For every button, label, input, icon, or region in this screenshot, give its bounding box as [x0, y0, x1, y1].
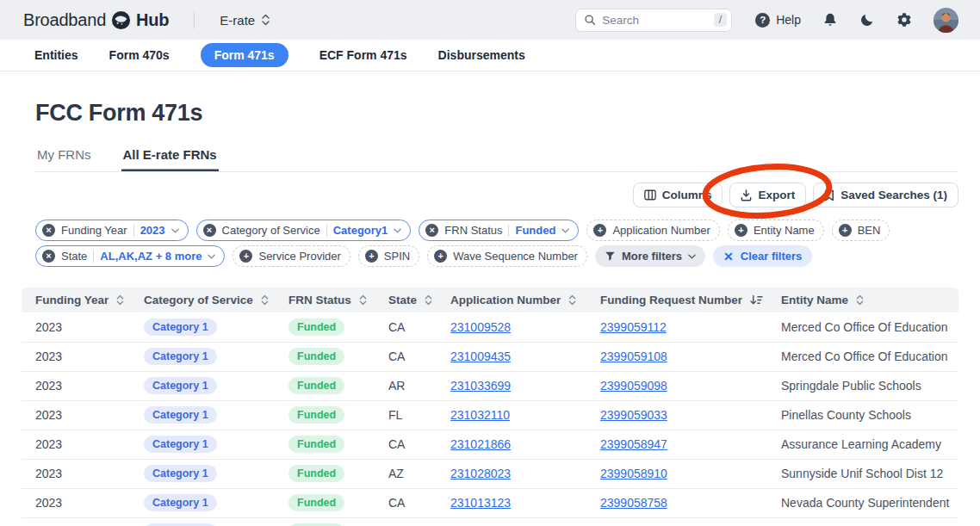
table-row: 2023 Category 1 Funded FL 231032110 2399… — [22, 400, 958, 430]
frn-link[interactable]: 2399059108 — [600, 350, 667, 363]
application-number-link[interactable]: 231028023 — [450, 467, 511, 480]
frn-link[interactable]: 2399059033 — [600, 408, 667, 422]
user-avatar[interactable] — [933, 8, 958, 33]
table-row: 2023 Category 1 Funded AR 231011718 2399… — [22, 517, 958, 526]
tab-all-erate-frns[interactable]: All E-rate FRNs — [121, 147, 219, 171]
nav-item-disbursements[interactable]: Disbursements — [438, 48, 525, 62]
add-filter-icon[interactable]: + — [365, 250, 378, 263]
filter-chip-wave-sequence-number[interactable]: + Wave Sequence Number — [427, 245, 587, 267]
dark-mode-toggle[interactable] — [859, 12, 875, 28]
more-filters-label: More filters — [622, 250, 682, 263]
clear-filters-button[interactable]: ✕ Clear filters — [713, 245, 812, 267]
chevron-down-icon — [171, 228, 179, 233]
filter-chips-row-1: × Funding Year 2023 × Category of Servic… — [35, 220, 958, 241]
frn-table: Funding Year Category of Service FRN Sta… — [22, 288, 958, 526]
cell-entity-name: Merced Co Office Of Education — [767, 313, 958, 342]
help-button[interactable]: ? Help — [755, 13, 801, 28]
application-number-link[interactable]: 231021866 — [450, 437, 511, 451]
nav-item-ecf-form-471s[interactable]: ECF Form 471s — [319, 48, 407, 62]
col-header-application-number[interactable]: Application Number — [437, 288, 586, 313]
table-row: 2023 Category 1 Funded AR 231033699 2399… — [22, 371, 958, 400]
app-switcher-erate[interactable]: E-rate — [220, 13, 270, 28]
status-badge: Funded — [288, 319, 344, 336]
filter-chip-entity-name[interactable]: + Entity Name — [728, 220, 824, 241]
category-badge: Category 1 — [144, 377, 217, 394]
remove-filter-icon[interactable]: × — [42, 224, 55, 237]
chevron-down-icon — [688, 254, 696, 259]
tab-my-frns[interactable]: My FRNs — [35, 147, 93, 171]
col-header-category-of-service[interactable]: Category of Service — [130, 288, 275, 313]
filter-chip-application-number[interactable]: + Application Number — [586, 220, 719, 241]
filter-chip-service-provider[interactable]: + Service Provider — [233, 245, 350, 267]
search-icon — [584, 14, 596, 26]
search-box[interactable]: / — [575, 9, 732, 32]
add-filter-icon[interactable]: + — [593, 224, 606, 237]
category-badge: Category 1 — [144, 494, 217, 511]
remove-filter-icon[interactable]: × — [42, 250, 55, 263]
col-header-frn-status[interactable]: FRN Status — [275, 288, 375, 313]
download-icon — [741, 189, 752, 201]
up-down-chevron-icon — [261, 14, 270, 26]
add-filter-icon[interactable]: + — [239, 250, 252, 263]
filter-chip-spin[interactable]: + SPIN — [358, 245, 419, 267]
filter-label: SPIN — [384, 250, 410, 263]
export-label: Export — [758, 189, 795, 201]
remove-filter-icon[interactable]: × — [425, 224, 438, 237]
topbar-actions: ? Help — [755, 8, 958, 33]
gear-icon — [896, 12, 912, 28]
status-badge: Funded — [288, 465, 344, 482]
filter-chip-frn-status[interactable]: × FRN Status Funded — [419, 220, 579, 241]
col-header-funding-request-number[interactable]: Funding Request Number — [586, 288, 767, 313]
cell-funding-year: 2023 — [22, 459, 130, 488]
settings-button[interactable] — [896, 12, 912, 28]
page-title: FCC Form 471s — [35, 100, 945, 127]
brand-text-right: Hub — [136, 10, 169, 30]
category-badge: Category 1 — [144, 436, 217, 453]
filter-label: Wave Sequence Number — [453, 250, 578, 263]
add-filter-icon[interactable]: + — [839, 224, 852, 237]
status-badge: Funded — [288, 348, 344, 365]
application-number-link[interactable]: 231009435 — [450, 350, 511, 363]
clear-filters-label: Clear filters — [741, 250, 803, 263]
application-number-link[interactable]: 231013123 — [450, 496, 511, 510]
columns-icon — [644, 189, 656, 201]
add-filter-icon[interactable]: + — [735, 224, 747, 237]
export-button[interactable]: Export — [729, 183, 806, 207]
chevron-down-icon — [561, 228, 569, 233]
frn-link[interactable]: 2399058947 — [600, 437, 667, 451]
filter-chip-state[interactable]: × State AL,AK,AZ + 8 more — [35, 245, 225, 267]
frn-link[interactable]: 2399059112 — [600, 320, 667, 334]
filter-chip-category-of-service[interactable]: × Category of Service Category1 — [196, 220, 412, 241]
application-number-link[interactable]: 231032110 — [450, 408, 510, 422]
saved-searches-label: Saved Searches (1) — [840, 189, 947, 201]
col-header-funding-year[interactable]: Funding Year — [22, 288, 130, 313]
filter-value: AL,AK,AZ + 8 more — [100, 250, 202, 263]
table-row: 2023 Category 1 Funded CA 231009435 2399… — [22, 342, 958, 371]
brand-logo[interactable]: Broadband Hub — [23, 10, 169, 30]
more-filters-button[interactable]: More filters — [595, 245, 705, 267]
application-number-link[interactable]: 231033699 — [450, 379, 511, 393]
help-icon: ? — [755, 13, 770, 28]
nav-item-entities[interactable]: Entities — [34, 48, 78, 62]
col-header-state[interactable]: State — [375, 288, 437, 313]
nav-item-form-471s[interactable]: Form 471s — [201, 43, 288, 67]
filter-chip-funding-year[interactable]: × Funding Year 2023 — [35, 220, 189, 241]
add-filter-icon[interactable]: + — [434, 250, 447, 263]
columns-button[interactable]: Columns — [633, 183, 723, 207]
frn-link[interactable]: 2399058758 — [600, 496, 667, 510]
saved-searches-button[interactable]: Saved Searches (1) — [813, 183, 958, 207]
frn-link[interactable]: 2399058910 — [600, 467, 667, 480]
notifications-button[interactable] — [822, 12, 838, 28]
frn-link[interactable]: 2399059098 — [600, 379, 667, 393]
table-row: 2023 Category 1 Funded CA 231013123 2399… — [22, 488, 958, 517]
search-input[interactable] — [602, 14, 708, 27]
cell-funding-year: 2023 — [22, 400, 130, 430]
filter-chip-ben[interactable]: + BEN — [832, 220, 890, 241]
remove-filter-icon[interactable]: × — [203, 224, 216, 237]
nav-item-form-470s[interactable]: Form 470s — [109, 48, 170, 62]
cell-state: FL — [375, 400, 437, 430]
cell-entity-name: Sunnyside Unif School Dist 12 — [767, 459, 958, 488]
application-number-link[interactable]: 231009528 — [450, 320, 511, 334]
category-badge: Category 1 — [144, 465, 217, 482]
col-header-entity-name[interactable]: Entity Name — [767, 288, 958, 313]
